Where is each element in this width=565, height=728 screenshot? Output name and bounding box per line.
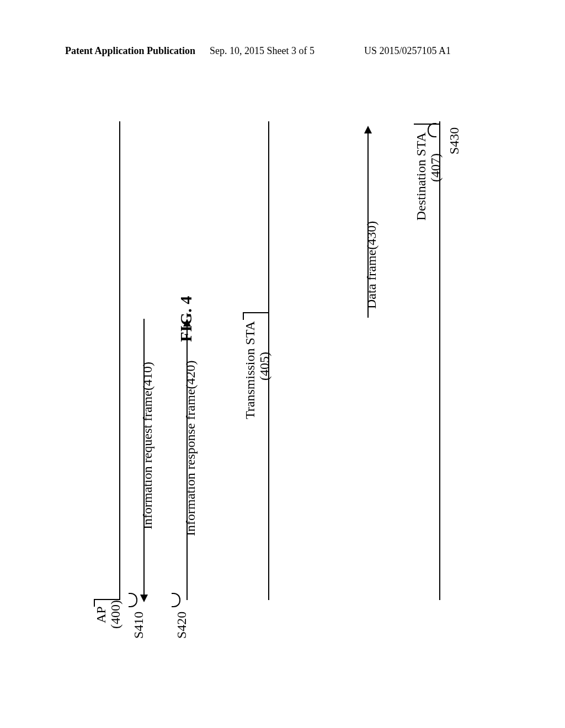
node-ap-subtitle: (400) [108,600,123,629]
node-ap-title: AP [94,606,109,623]
msg-data: Data frame(430) [364,221,379,309]
step-s410: S410 [131,612,146,639]
lifeline-ap-tick [94,599,120,600]
brace-s430 [428,123,436,137]
node-dst-subtitle: (407) [428,153,443,182]
brace-s420 [172,593,180,607]
header-center: Sep. 10, 2015 Sheet 3 of 5 [210,45,315,57]
msg-resp: Information response frame(420) [183,360,198,536]
header-right: US 2015/0257105 A1 [364,45,451,57]
header-left: Patent Application Publication [65,45,195,57]
arrow-req-head [140,595,148,602]
msg-req: Information request frame(410) [140,362,155,529]
node-dst-title: Destination STA [414,132,429,221]
lifeline-tx-start [243,312,244,320]
lifeline-ap-main [119,121,120,600]
step-s420: S420 [174,612,189,639]
arrow-data-head [364,126,372,133]
lifeline-tx-main [268,121,269,600]
lifeline-dst-main [439,121,440,600]
node-tx-subtitle: (405) [257,352,272,381]
sequence-diagram: AP (400) Transmission STA (405) Destinat… [72,121,491,640]
node-tx-title: Transmission STA [243,321,258,419]
lifeline-tx-tick [243,312,269,313]
step-s430: S430 [447,127,462,154]
arrow-resp-head [183,319,191,326]
brace-s410 [129,593,137,607]
lifeline-ap [94,599,95,607]
